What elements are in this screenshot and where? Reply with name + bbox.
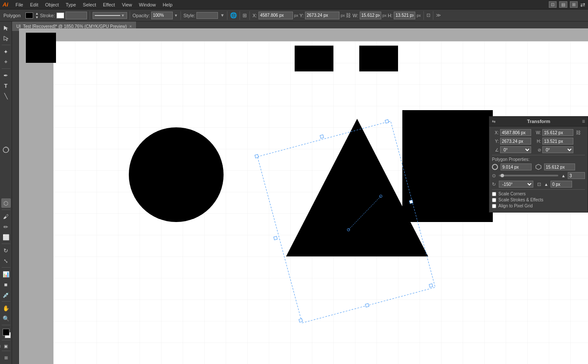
- tool-sep-8: [2, 340, 10, 340]
- w-value-input[interactable]: [542, 129, 573, 136]
- menu-object[interactable]: Object: [42, 1, 62, 8]
- artboard-tool[interactable]: ⊞: [1, 353, 11, 362]
- y-input[interactable]: 2673.24 px: [305, 12, 339, 19]
- graph-tool[interactable]: 📊: [1, 269, 11, 279]
- tool-sep-2: [2, 68, 10, 69]
- lasso-tool[interactable]: ⌖: [1, 57, 11, 67]
- style-selector[interactable]: [196, 12, 218, 19]
- stroke-down-btn[interactable]: ▼: [35, 15, 39, 19]
- workspace-btn[interactable]: ⊞: [570, 1, 578, 8]
- align-pixel-checkbox[interactable]: [492, 204, 496, 208]
- opacity-arrow[interactable]: ▼: [174, 13, 178, 18]
- canvas-area[interactable]: UI_Test [Recovered]* @ 1850.76% (CMYK/GP…: [12, 22, 588, 364]
- globe-icon[interactable]: 🌐: [230, 12, 237, 19]
- arrange-btn[interactable]: ▤: [559, 1, 567, 8]
- svg-marker-0: [4, 26, 8, 31]
- type-tool[interactable]: T: [1, 81, 11, 90]
- x-value-input[interactable]: [500, 129, 531, 136]
- h-input[interactable]: 13.521 px: [394, 12, 415, 19]
- menu-select[interactable]: Select: [80, 1, 99, 8]
- scale-strokes-checkbox[interactable]: [492, 198, 496, 202]
- svg-rect-11: [274, 236, 277, 240]
- offset-up-icon[interactable]: ▲: [544, 182, 548, 187]
- direct-selection-tool[interactable]: [1, 34, 11, 43]
- screen-mode-btn[interactable]: ⊡: [549, 1, 557, 8]
- panel-sep-1: [492, 155, 585, 155]
- poly-angle-select[interactable]: -150°: [499, 181, 533, 188]
- rotate-tool[interactable]: ↻: [1, 246, 11, 255]
- gradient-tool[interactable]: ■: [1, 280, 11, 289]
- menu-edit[interactable]: Edit: [27, 1, 41, 8]
- sep4: [227, 11, 227, 20]
- panel-collapse-btn[interactable]: ⇆: [492, 119, 495, 124]
- poly-sides-input[interactable]: [568, 172, 585, 179]
- opacity-input[interactable]: [151, 12, 173, 19]
- scale-corners-label: Scale Corners: [498, 191, 526, 196]
- menu-view[interactable]: View: [119, 1, 135, 8]
- y-label: Y:: [492, 139, 499, 144]
- x-label: X:: [492, 130, 499, 135]
- stroke-swatch[interactable]: [56, 12, 64, 19]
- w-input[interactable]: 15.612 px: [360, 12, 381, 19]
- ruler-v-14: 4: [12, 279, 12, 281]
- ruler-v-6: 6: [12, 141, 12, 143]
- stroke-style-selector[interactable]: ▼: [93, 12, 127, 19]
- shape-tool[interactable]: ◯: [3, 147, 9, 153]
- h-value-input[interactable]: [542, 138, 573, 145]
- w-unit: px: [383, 13, 387, 18]
- fill-swatch[interactable]: [25, 12, 33, 19]
- svg-rect-6: [385, 120, 389, 123]
- eyedropper-tool[interactable]: 💉: [1, 290, 11, 299]
- y-value-input[interactable]: [500, 138, 531, 145]
- poly-offset-input[interactable]: [551, 181, 572, 188]
- menu-help[interactable]: Help: [160, 1, 176, 8]
- zoom-tool[interactable]: 🔍: [1, 314, 11, 323]
- align-icon[interactable]: ⊞: [243, 12, 247, 19]
- style-arrow[interactable]: ▼: [220, 13, 224, 18]
- scale-tool[interactable]: ⤡: [1, 256, 11, 265]
- sync-icon[interactable]: ⇄: [580, 1, 585, 8]
- tab-close-btn[interactable]: ×: [129, 24, 132, 29]
- sep2: [130, 11, 130, 20]
- stroke-up-btn[interactable]: ▲: [35, 12, 39, 15]
- poly-sides-slider[interactable]: [499, 175, 558, 176]
- poly-radius-row: [492, 163, 585, 170]
- shear-select[interactable]: 0°: [542, 146, 573, 153]
- menu-effect[interactable]: Effect: [100, 1, 118, 8]
- panel-options-btn[interactable]: ≡: [582, 118, 585, 124]
- hand-tool[interactable]: ✋: [1, 303, 11, 313]
- pen-tool[interactable]: ✒: [1, 71, 11, 80]
- menu-type[interactable]: Type: [63, 1, 79, 8]
- menu-window[interactable]: Window: [136, 1, 159, 8]
- ruler-v-0: 8: [12, 38, 12, 40]
- overlay-mode[interactable]: ▣: [3, 343, 9, 349]
- ruler-v-3: 3: [12, 89, 12, 91]
- fill-color-swatch[interactable]: [3, 329, 9, 336]
- rect-right: [402, 110, 493, 222]
- eraser-tool[interactable]: ⬜: [1, 232, 11, 242]
- circle-icon: [492, 164, 498, 170]
- slider-up-icon[interactable]: ▲: [561, 173, 566, 178]
- normal-mode[interactable]: □: [0, 343, 2, 349]
- poly-side-input[interactable]: [544, 163, 575, 170]
- x-input[interactable]: 4587.806 px: [258, 12, 293, 19]
- tool-sep-7: [2, 325, 10, 325]
- more-icon[interactable]: ≫: [436, 12, 441, 18]
- magic-wand-tool[interactable]: ✦: [1, 47, 11, 56]
- pencil-tool[interactable]: ✏: [1, 222, 11, 231]
- poly-radius-input[interactable]: [501, 163, 532, 170]
- slider-icon: ⊙: [492, 173, 496, 179]
- paintbrush-tool[interactable]: 🖌: [1, 212, 11, 221]
- constrain-icon[interactable]: ⊡: [426, 12, 430, 18]
- menu-file[interactable]: File: [12, 1, 26, 8]
- polygon-section-title: Polygon Properties:: [492, 157, 585, 162]
- stroke-weight-input[interactable]: [65, 12, 87, 19]
- rotate-select[interactable]: 0°: [500, 146, 531, 153]
- polygon-tool[interactable]: ⬡: [1, 198, 11, 208]
- constrain-wh-icon[interactable]: ⛓: [576, 130, 581, 135]
- link-icon[interactable]: ⛓: [346, 12, 351, 19]
- selection-tool[interactable]: [1, 23, 11, 33]
- w-label: W:: [352, 13, 358, 18]
- scale-corners-checkbox[interactable]: [492, 192, 496, 196]
- line-tool[interactable]: ╲: [1, 91, 11, 101]
